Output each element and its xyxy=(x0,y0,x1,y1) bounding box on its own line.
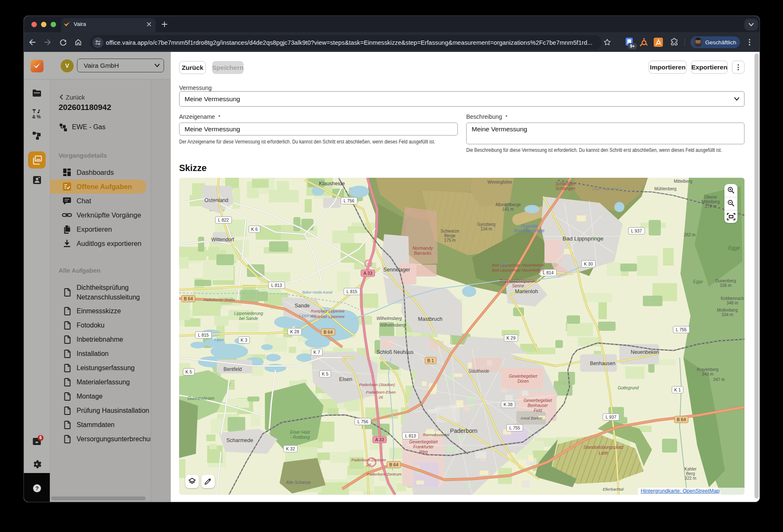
svg-text:Gynzberg: Gynzberg xyxy=(477,222,495,227)
svg-text:K 5: K 5 xyxy=(185,369,192,374)
svg-text:L 756: L 756 xyxy=(344,198,354,203)
svg-text:Oberer: Oberer xyxy=(704,195,717,200)
svg-text:343 m: 343 m xyxy=(702,372,714,376)
svg-text:Mollenberg: Mollenberg xyxy=(717,308,737,312)
svg-text:K 1: K 1 xyxy=(674,387,681,392)
svg-text:Paderborner Straße: Paderborner Straße xyxy=(203,298,235,302)
svg-text:Kreis Paderborn: Kreis Paderborn xyxy=(592,187,619,191)
svg-text:Bad Lippspringe: Bad Lippspringe xyxy=(514,228,545,233)
svg-text:Senne: Senne xyxy=(512,284,524,288)
svg-text:Lippeniederung: Lippeniederung xyxy=(234,311,263,316)
svg-text:Paderborn-Zentrum: Paderborn-Zentrum xyxy=(367,472,402,476)
svg-text:Dören: Dören xyxy=(517,379,529,384)
svg-text:K 30: K 30 xyxy=(584,261,593,266)
svg-text:Gunnewiesen: Gunnewiesen xyxy=(187,396,214,401)
svg-text:L 937: L 937 xyxy=(631,228,642,233)
svg-text:Riemekeviertel: Riemekeviertel xyxy=(423,432,450,437)
svg-text:26: 26 xyxy=(378,395,383,399)
svg-text:279 m: 279 m xyxy=(705,204,716,209)
svg-text:Schwarze: Schwarze xyxy=(441,229,459,233)
svg-text:Winninghöhe: Winninghöhe xyxy=(488,180,512,184)
svg-text:Wilhelmsberg: Wilhelmsberg xyxy=(380,323,406,327)
svg-text:K 32: K 32 xyxy=(286,446,295,451)
svg-text:Frankfurter: Frankfurter xyxy=(413,445,434,449)
svg-text:K 5: K 5 xyxy=(322,371,329,376)
svg-text:Marienloh: Marienloh xyxy=(515,289,538,294)
svg-text:Boker-Heide-Kanal: Boker-Heide-Kanal xyxy=(302,290,333,294)
svg-text:Sande: Sande xyxy=(295,303,310,309)
svg-text:141 m: 141 m xyxy=(502,207,514,212)
svg-text:334 m: 334 m xyxy=(721,312,733,317)
svg-text:Klausheide: Klausheide xyxy=(319,181,345,187)
svg-text:348 m: 348 m xyxy=(727,301,738,305)
svg-text:Truppenübungsplatz: Truppenübungsplatz xyxy=(499,279,537,283)
svg-text:L 755: L 755 xyxy=(676,327,687,332)
svg-text:Alte Schanze: Alte Schanze xyxy=(286,480,311,485)
svg-text:B 64: B 64 xyxy=(389,462,398,467)
svg-text:Neuenbeken: Neuenbeken xyxy=(631,349,659,355)
svg-text:Gewerbegebiet: Gewerbegebiet xyxy=(409,440,438,444)
svg-text:L 813: L 813 xyxy=(271,283,282,288)
svg-text:L 815: L 815 xyxy=(347,289,357,294)
svg-text:L 822: L 822 xyxy=(218,217,229,223)
svg-text:Scharmede: Scharmede xyxy=(226,437,253,443)
svg-text:Gewerbegebiet: Gewerbegebiet xyxy=(524,398,552,403)
svg-text:Barracks: Barracks xyxy=(414,251,431,256)
svg-text:Egge: Egge xyxy=(728,245,740,251)
svg-text:134 m: 134 m xyxy=(480,227,492,231)
svg-text:Lippe: Lippe xyxy=(214,337,224,342)
svg-text:Standortübungsplatz: Standortübungsplatz xyxy=(583,445,624,450)
svg-text:%: % xyxy=(37,114,41,119)
svg-text:Berge: Berge xyxy=(444,233,456,238)
svg-text:- Rottberg: - Rottberg xyxy=(290,435,310,440)
svg-text:K 7: K 7 xyxy=(313,350,320,355)
svg-text:Lippe: Lippe xyxy=(499,261,509,266)
svg-text:Krayenberg: Krayenberg xyxy=(697,367,719,372)
svg-text:K 38: K 38 xyxy=(503,402,513,407)
svg-text:Normandy: Normandy xyxy=(413,246,433,251)
svg-text:Ostenland: Ostenland xyxy=(205,197,228,203)
svg-text:Schlangen: Schlangen xyxy=(555,182,575,186)
svg-text:Areal Barker: Areal Barker xyxy=(520,416,543,420)
svg-text:A 33: A 33 xyxy=(363,271,372,276)
svg-text:Mühlenberg: Mühlenberg xyxy=(655,187,677,191)
svg-text:K 3: K 3 xyxy=(241,338,247,343)
svg-text:Rastplatz Lippesee: Rastplatz Lippesee xyxy=(311,314,345,319)
svg-text:Albedyllberge: Albedyllberge xyxy=(495,202,521,207)
svg-text:347 m: 347 m xyxy=(713,377,725,382)
svg-text:Feld: Feld xyxy=(534,408,542,413)
svg-text:B 1: B 1 xyxy=(427,358,434,363)
svg-text:Mastbruch: Mastbruch xyxy=(418,316,442,322)
svg-text:Sennelager: Sennelager xyxy=(383,267,410,273)
svg-text:bei Sande: bei Sande xyxy=(239,316,258,321)
svg-text:B 64: B 64 xyxy=(184,296,193,301)
svg-text:L 814: L 814 xyxy=(543,270,554,275)
svg-text:Lieth: Lieth xyxy=(599,450,608,455)
svg-text:Paderborn-Elsen: Paderborn-Elsen xyxy=(366,390,395,394)
svg-text:336 m: 336 m xyxy=(720,283,732,288)
svg-text:Paderborn: Paderborn xyxy=(450,427,477,434)
svg-text:Ellerbachtal: Ellerbachtal xyxy=(603,487,624,491)
svg-text:&: & xyxy=(32,114,36,119)
svg-text:Bad Lippspringe Neuenbeken: Bad Lippspringe Neuenbeken xyxy=(492,268,544,272)
svg-text:K 29: K 29 xyxy=(506,335,516,340)
svg-text:Dunenberg: Dunenberg xyxy=(715,279,736,283)
svg-text:Gottegrund: Gottegrund xyxy=(618,386,639,390)
svg-text:175 m: 175 m xyxy=(444,238,456,243)
svg-text:B 64: B 64 xyxy=(677,417,686,422)
svg-text:Rastplatz Lippesee: Rastplatz Lippesee xyxy=(311,309,345,313)
svg-text:Wittendorf: Wittendorf xyxy=(211,237,234,243)
svg-text:Weg: Weg xyxy=(419,450,428,454)
svg-text:Flugplatz: Flugplatz xyxy=(521,224,538,228)
svg-text:K 28: K 28 xyxy=(290,329,299,334)
svg-text:Benhauser: Benhauser xyxy=(528,403,548,408)
svg-text:322 m: 322 m xyxy=(685,476,696,481)
svg-text:Schlangen: Schlangen xyxy=(555,186,575,191)
svg-text:B 64: B 64 xyxy=(323,330,333,335)
svg-text:Egge: Egge xyxy=(693,279,703,284)
svg-text:27: 27 xyxy=(366,463,371,467)
svg-text:L 815: L 815 xyxy=(198,332,209,338)
svg-text:K 6: K 6 xyxy=(251,227,258,232)
svg-text:Gewerbegebiet: Gewerbegebiet xyxy=(509,374,538,379)
svg-text:A 33: A 33 xyxy=(375,437,384,442)
